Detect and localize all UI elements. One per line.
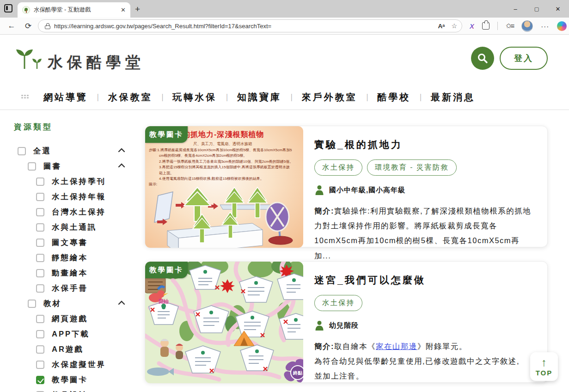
filter-group-books[interactable]: 圖書 xyxy=(14,161,139,172)
nav-separator: ｜ xyxy=(159,92,166,102)
filter-item[interactable]: 教具設計 xyxy=(14,390,139,392)
browser-toolbar: ← ⟳ https://learning.ardswc.gov.tw/pages… xyxy=(0,18,569,35)
browser-window: 水保酷學堂 - 互動遊戲 ✕ + – ▢ ✕ ← ⟳ https://learn… xyxy=(0,0,569,392)
checkbox[interactable] xyxy=(36,361,44,369)
result-card-root-grip[interactable]: 根的抓地力-深淺根類植物 尺、美工刀、電風扇、透明水族箱 步驟:1.將厚紙板裁剪… xyxy=(145,126,548,247)
nav-separator: ｜ xyxy=(364,92,371,102)
checkbox-books[interactable] xyxy=(28,162,36,171)
checkbox-materials[interactable] xyxy=(28,300,36,308)
teaching-card-badge: 教學圖卡 xyxy=(145,262,188,278)
filter-item[interactable]: 網頁遊戲 xyxy=(14,314,139,324)
search-button[interactable] xyxy=(471,47,494,70)
nav-separator: ｜ xyxy=(94,92,102,102)
filter-select-all[interactable]: 全選 xyxy=(14,146,139,156)
read-aloud-icon[interactable]: Aᵃ xyxy=(438,23,445,30)
copilot-icon[interactable] xyxy=(557,21,567,31)
maze-start-label: 開始 xyxy=(159,299,169,304)
result-description: 簡介:取自繪本《家在山那邊》附錄單元。 為符合幼兒與低學齡兒童使用,已修改遊戲中… xyxy=(314,339,536,384)
result-title[interactable]: 實驗_根的抓地力 xyxy=(314,138,536,151)
grid-dots-icon xyxy=(21,95,29,100)
person-icon xyxy=(314,320,324,331)
favorites-bar-icon[interactable]: ✩≡ xyxy=(506,22,514,30)
window-close-button[interactable]: ✕ xyxy=(554,6,562,12)
checkbox[interactable] xyxy=(36,178,44,186)
filter-item[interactable]: 水土保持季刊 xyxy=(14,177,139,187)
filter-item[interactable]: 水土保持年報 xyxy=(14,192,139,202)
browser-tab[interactable]: 水保酷學堂 - 互動遊戲 ✕ xyxy=(18,2,130,18)
thumbnail-steps: 步驟:1.將厚紙板裁剪成長寬各10cmX5cm再加10cm根的樹5棵、長寬各10… xyxy=(149,147,301,188)
url-text[interactable]: https://learning.ardswc.gov.tw/pages/Sea… xyxy=(54,23,434,30)
checkbox[interactable] xyxy=(36,345,44,354)
tab-close-icon[interactable]: ✕ xyxy=(121,6,126,13)
tag-soil-water[interactable]: 水土保持 xyxy=(314,295,362,311)
tab-title: 水保酷學堂 - 互動遊戲 xyxy=(34,6,118,14)
nav-item-news[interactable]: 最新消息 xyxy=(424,91,482,104)
login-button[interactable]: 登入 xyxy=(500,47,548,70)
picture-book-link[interactable]: 家在山那邊 xyxy=(376,342,417,350)
more-menu-icon[interactable]: ··· xyxy=(541,22,549,30)
chevron-up-icon[interactable] xyxy=(118,163,125,167)
card-thumbnail[interactable]: 終點 開始 教學圖卡 xyxy=(145,262,303,383)
checkbox[interactable] xyxy=(36,330,44,338)
chevron-up-icon[interactable] xyxy=(118,300,125,305)
tag-soil-water[interactable]: 水土保持 xyxy=(314,159,362,176)
nav-item-classroom[interactable]: 水保教室 xyxy=(102,91,159,104)
person-icon xyxy=(314,185,324,195)
nav-separator: ｜ xyxy=(223,92,231,102)
checkbox[interactable] xyxy=(36,284,44,293)
result-title[interactable]: 迷宮_我們可以怎麼做 xyxy=(314,274,536,287)
sprout-logo-icon xyxy=(15,45,42,70)
nav-item-school[interactable]: 酷學校 xyxy=(371,91,417,104)
card-body: 實驗_根的抓地力 水土保持 環境教育 - 災害防救 國小中年級,國小高年級 簡介… xyxy=(303,126,547,247)
audience-label: 幼兒階段 xyxy=(329,321,359,330)
checkbox[interactable] xyxy=(36,208,44,216)
filter-item-teaching-cards[interactable]: 教學圖卡 xyxy=(14,375,139,385)
card-thumbnail[interactable]: 根的抓地力-深淺根類植物 尺、美工刀、電風扇、透明水族箱 步驟:1.將厚紙板裁剪… xyxy=(145,126,303,248)
browser-titlebar: 水保酷學堂 - 互動遊戲 ✕ + – ▢ ✕ xyxy=(0,0,569,18)
window-maximize-button[interactable]: ▢ xyxy=(533,6,540,12)
tab-actions-icon[interactable] xyxy=(4,4,12,12)
checkbox-checked[interactable] xyxy=(36,376,44,384)
filter-item[interactable]: AR遊戲 xyxy=(14,344,139,355)
filter-sidebar: 資源類型 全選 圖書 水土保持季刊 水土保持年報 台灣水土保持 水與土通訊 圖文… xyxy=(14,122,139,392)
tag-env-education[interactable]: 環境教育 - 災害防救 xyxy=(367,159,457,176)
filter-item[interactable]: 靜態繪本 xyxy=(14,253,139,263)
extension-x-icon[interactable]: X xyxy=(470,22,474,30)
checkbox[interactable] xyxy=(36,315,44,323)
nav-item-sitemap[interactable]: 網站導覽 xyxy=(37,91,94,104)
nav-item-play[interactable]: 玩轉水保 xyxy=(166,91,223,104)
checkbox[interactable] xyxy=(36,254,44,262)
back-to-top-button[interactable]: ↑ TOP xyxy=(530,352,558,381)
filter-group-materials[interactable]: 教材 xyxy=(14,299,139,309)
filter-item[interactable]: 水保手冊 xyxy=(14,283,139,294)
result-card-maze[interactable]: 終點 開始 教學圖卡 迷宮_我們可以怎麼做 水土保持 xyxy=(145,261,548,383)
thumbnail-title: 根的抓地力-深淺根類植物 xyxy=(175,130,264,140)
address-bar[interactable]: https://learning.ardswc.gov.tw/pages/Sea… xyxy=(38,19,462,32)
refresh-button[interactable]: ⟳ xyxy=(23,21,33,31)
extensions-puzzle-icon[interactable] xyxy=(482,22,489,30)
site-title: 水保酷學堂 xyxy=(48,55,145,70)
new-tab-button[interactable]: + xyxy=(135,5,140,13)
nav-item-knowledge[interactable]: 知識寶庫 xyxy=(231,91,288,104)
checkbox[interactable] xyxy=(36,239,44,247)
teaching-card-badge: 教學圖卡 xyxy=(145,126,188,143)
filter-item[interactable]: 台灣水土保持 xyxy=(14,207,139,217)
maze-game-illustration: 終點 開始 xyxy=(145,262,303,383)
window-minimize-button[interactable]: – xyxy=(512,6,519,12)
checkbox-select-all[interactable] xyxy=(18,147,26,155)
filter-item[interactable]: 圖文專書 xyxy=(14,238,139,248)
profile-avatar[interactable] xyxy=(521,20,533,32)
chevron-up-icon[interactable] xyxy=(118,148,125,152)
filter-item[interactable]: 水保虛擬世界 xyxy=(14,360,139,370)
favorite-star-icon[interactable]: ☆ xyxy=(451,22,457,30)
back-button[interactable]: ← xyxy=(6,21,17,31)
filter-item[interactable]: 水與土通訊 xyxy=(14,222,139,233)
nav-separator: ｜ xyxy=(288,92,295,102)
checkbox[interactable] xyxy=(36,223,44,232)
checkbox[interactable] xyxy=(36,269,44,277)
checkbox[interactable] xyxy=(36,193,44,201)
filter-item[interactable]: APP下載 xyxy=(14,329,139,339)
nav-item-outdoor[interactable]: 來戶外教室 xyxy=(295,91,364,104)
filter-item[interactable]: 動畫繪本 xyxy=(14,268,139,278)
site-logo[interactable]: 水保酷學堂 xyxy=(15,45,145,70)
